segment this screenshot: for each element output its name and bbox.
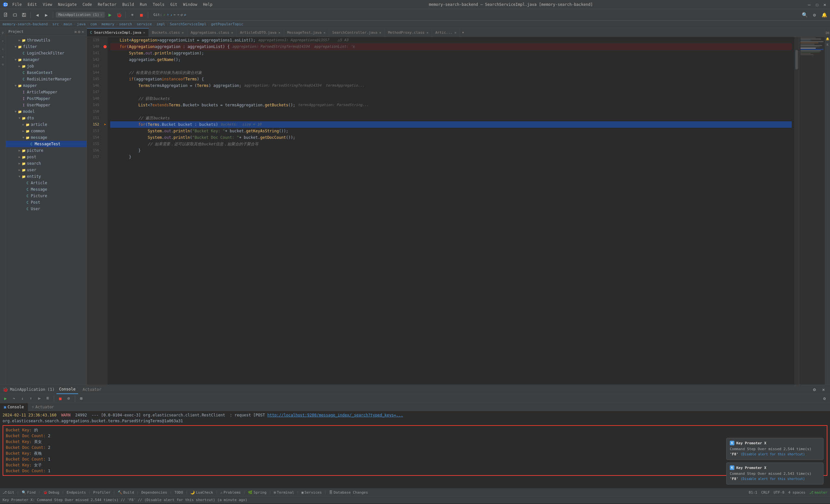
breadcrumb-memory[interactable]: memory [101, 22, 115, 26]
status-debug[interactable]: 🐞 Debug [43, 491, 59, 495]
tab-close-methodproxy[interactable]: ✕ [426, 31, 428, 34]
tree-item-message-folder[interactable]: ▼ 📁 message [6, 134, 87, 141]
menu-code[interactable]: Code [80, 2, 95, 7]
gutter-140[interactable] [102, 43, 108, 50]
tab-artic[interactable]: Artic... ✕ [432, 28, 460, 37]
status-db-changes[interactable]: 🗄 Database Changes [329, 491, 368, 495]
step-into-button[interactable]: ↓ [19, 395, 26, 402]
breadcrumb-java[interactable]: java [77, 22, 86, 26]
tree-item-picture-folder[interactable]: ▶ 📁 picture [6, 147, 87, 154]
breadcrumb-search[interactable]: search [119, 22, 132, 26]
key-promoter-disable-link-2[interactable]: (Disable alert for this shortcut) [740, 477, 805, 481]
run-button[interactable]: ▶ [106, 11, 114, 19]
tree-item-article-class[interactable]: C Article [6, 180, 87, 186]
tree-item-model[interactable]: ▼ 📁 model [6, 108, 87, 115]
tree-item-article-folder[interactable]: ▶ 📁 article [6, 121, 87, 128]
console-tab-console[interactable]: ▣ Console [0, 403, 28, 411]
debug-button[interactable]: 🐞 [115, 11, 123, 19]
breakpoint-140[interactable] [103, 45, 107, 48]
tree-item-message-class[interactable]: C Message [6, 186, 87, 193]
menu-run[interactable]: Run [137, 2, 150, 7]
tab-close-artic[interactable]: ✕ [454, 31, 456, 34]
tree-item-picture-class[interactable]: C Picture [6, 193, 87, 199]
settings-icon[interactable]: ⚙ [78, 30, 81, 34]
status-git[interactable]: ⎇ Git [3, 491, 14, 495]
run-configuration-selector[interactable]: MainApplication (1) ▾ [56, 12, 105, 18]
settings-button[interactable]: ⚙ [810, 11, 818, 19]
tab-close-searchserviceimpl[interactable]: ✕ [143, 31, 145, 34]
stop-debug-button[interactable]: ■ [57, 395, 64, 402]
step-over-button[interactable]: ↷ [10, 395, 18, 402]
tree-item-basecontext[interactable]: C BaseContext [6, 69, 87, 76]
tab-close-searchcontroller[interactable]: ✕ [379, 31, 381, 34]
menu-build[interactable]: Build [120, 2, 136, 7]
debug-close-icon[interactable]: ✕ [820, 386, 827, 393]
notifications-panel-icon[interactable]: 🔔 [825, 36, 830, 41]
tree-item-redislimitermanager[interactable]: C RedisLimiterManager [6, 76, 87, 83]
menu-navigate[interactable]: Navigate [56, 2, 79, 7]
tree-item-dto[interactable]: ▼ 📁 dto [6, 115, 87, 121]
collapse-all-icon[interactable]: ≡ [74, 30, 76, 34]
tree-item-manager[interactable]: ▼ 📁 manager [6, 57, 87, 63]
menu-view[interactable]: View [40, 2, 55, 7]
log-url-link[interactable]: http://localhost:9200/message_index/_sea… [267, 413, 403, 417]
menu-file[interactable]: File [10, 2, 24, 7]
run-to-cursor-button[interactable]: ⊳ [36, 395, 43, 402]
vertical-scrollbar[interactable] [794, 37, 799, 385]
status-todo[interactable]: TODO [174, 491, 183, 495]
new-file-button[interactable] [2, 11, 10, 19]
coverage-button[interactable]: ⊕ [128, 11, 136, 19]
status-find[interactable]: 🔍 Find [22, 491, 36, 495]
tab-buckets[interactable]: Buckets.class ✕ [149, 28, 187, 37]
tab-aggregations[interactable]: Aggregations.class ✕ [187, 28, 237, 37]
tree-item-usermapper[interactable]: I UserMapper [6, 102, 87, 108]
status-spring[interactable]: 🌿 Spring [248, 491, 266, 495]
breadcrumb-root[interactable]: memory-search-backend [3, 22, 47, 26]
open-button[interactable] [11, 11, 19, 19]
debug-tab-console[interactable]: Console [56, 385, 78, 394]
debug-settings-button[interactable]: ⚙ [821, 395, 828, 402]
tree-item-user-folder[interactable]: ▶ 📁 user [6, 167, 87, 173]
console-output[interactable]: 2024-02-11 23:36:43.160 WARN 24992 --- [… [0, 411, 830, 489]
menu-edit[interactable]: Edit [25, 2, 39, 7]
status-profiler[interactable]: Profiler [93, 491, 110, 495]
minimize-button[interactable]: — [807, 2, 812, 7]
scrollbar-thumb[interactable] [795, 50, 798, 69]
tree-item-common-folder[interactable]: ▶ 📁 common [6, 128, 87, 134]
status-indent[interactable]: 4 spaces [788, 491, 805, 495]
key-promoter-panel-icon[interactable]: K [825, 42, 830, 48]
tree-item-postmapper[interactable]: I PostMapper [6, 95, 87, 102]
console-tab-actuator[interactable]: ⚡ Actuator [28, 403, 58, 411]
pull-requests-icon[interactable]: ↓ [0, 46, 5, 51]
menu-tools[interactable]: Tools [150, 2, 167, 7]
search-everywhere-button[interactable]: 🔍 [801, 11, 808, 19]
tree-item-user-class[interactable]: C User [6, 206, 87, 212]
code-content[interactable]: List < Aggregation > aggregationList = a… [108, 37, 794, 385]
status-branch[interactable]: ⎇ master [809, 491, 827, 495]
restore-layout-button[interactable]: ⊞ [78, 395, 85, 402]
status-services[interactable]: ▣ Services [301, 491, 322, 495]
bookmarks-icon[interactable]: ★ [0, 54, 5, 59]
status-crlf[interactable]: CRLF [761, 491, 770, 495]
breadcrumb-src[interactable]: src [53, 22, 59, 26]
forward-button[interactable]: ▶ [42, 11, 50, 19]
tree-item-throwutils[interactable]: ▶ 📁 throwutils [6, 37, 87, 43]
key-promoter-disable-link-1[interactable]: (Disable alert for this shortcut) [740, 452, 805, 456]
status-dependencies[interactable]: Dependencies [141, 491, 167, 495]
debug-settings-icon[interactable]: ⚙ [810, 386, 818, 393]
status-problems[interactable]: ⚠ Problems [220, 491, 241, 495]
mute-breakpoints-button[interactable]: ⊘ [65, 395, 72, 402]
tab-searchcontroller[interactable]: SearchController.java ✕ [329, 28, 385, 37]
status-position[interactable]: 81:1 [748, 491, 757, 495]
menu-git[interactable]: Git [168, 2, 180, 7]
structure-icon[interactable]: ≡ [0, 62, 5, 67]
project-icon[interactable]: P [0, 30, 5, 36]
tree-item-articlemapper[interactable]: I ArticleMapper [6, 89, 87, 95]
tree-item-mapper[interactable]: ▼ 📁 mapper [6, 83, 87, 89]
tree-item-entity-folder[interactable]: ▼ 📁 entity [6, 173, 87, 180]
maximize-button[interactable]: ☐ [815, 2, 820, 7]
evaluate-button[interactable]: ≝ [44, 395, 51, 402]
tab-close-aggregations[interactable]: ✕ [231, 31, 233, 34]
status-endpoints[interactable]: Endpoints [66, 491, 86, 495]
menu-window[interactable]: Window [181, 2, 200, 7]
